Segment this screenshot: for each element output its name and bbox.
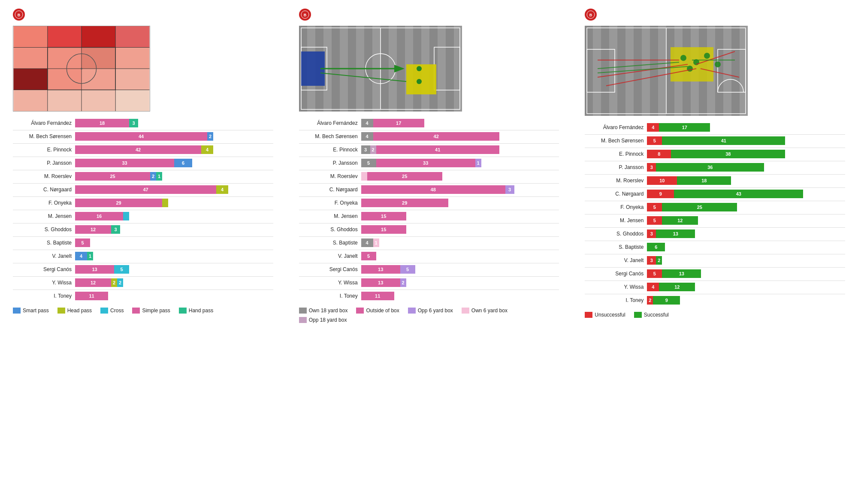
bar-group: 29 [647,296,845,305]
table-row: S. Baptiste5 [13,238,273,247]
bar-segment: 15 [361,212,406,220]
bar-segment: 25 [367,172,442,181]
table-row: C. Nørgaard483 [299,185,559,194]
bar-group: 442 [75,132,273,141]
bar-group: 417 [361,119,559,127]
table-row: M. Bech Sørensen541 [585,136,845,145]
bar-group: 541 [647,136,845,145]
bar-group: 6 [647,243,845,251]
bar-segment: 42 [75,145,201,154]
table-row: M. Roerslev25 [299,172,559,181]
legend-item: Outside of box [356,308,399,314]
table-row: M. Jensen16 [13,211,273,221]
svg-rect-81 [723,26,731,116]
bar-segment: 6 [647,243,665,251]
bar-group: 474 [75,185,273,194]
legend-color-box [299,308,307,314]
bar-group: 32 [647,256,845,265]
table-row: I. Toney11 [299,291,559,301]
pass-ending-bars: Álvaro Fernández417M. Bech Sørensen442E.… [299,118,559,301]
bar-segment: 9 [653,296,680,305]
bar-group: 336 [647,163,845,172]
smart-passes-title: B [299,9,559,21]
table-row: M. Roerslev2521 [13,172,273,181]
player-name: Álvaro Fernández [13,120,75,126]
bar-group: 2521 [75,172,273,181]
bar-segment: 17 [373,119,424,127]
player-name: Álvaro Fernández [299,120,361,126]
player-name: V. Janelt [585,257,647,263]
bar-segment: 4 [361,119,373,127]
pass-type-bars: Álvaro Fernández183M. Bech Sørensen442E.… [13,118,273,301]
bar-segment: 3 [129,119,138,127]
player-name: S. Ghoddos [585,231,647,237]
crosses-panel: B [572,9,858,323]
svg-rect-64 [585,26,593,116]
player-name: M. Bech Sørensen [299,133,361,139]
bar-segment: 13 [361,265,400,274]
legend-item: Own 18 yard box [299,308,348,314]
table-row: M. Jensen512 [585,216,845,225]
bar-segment: 1 [156,172,162,181]
table-row: S. Ghoddos123 [13,225,273,234]
player-name: M. Jensen [585,217,647,223]
legend-item: Head pass [57,308,92,314]
svg-point-26 [81,68,82,69]
bar-group: 1222 [75,278,273,287]
svg-rect-16 [82,90,115,112]
legend-item: Opp 18 yard box [299,317,347,323]
pass-outcome-bars: Álvaro Fernández417M. Bech Sørensen541E.… [585,123,845,305]
player-name: F. Onyeka [299,200,361,206]
svg-rect-5 [115,26,149,48]
bar-segment: 3 [505,185,514,194]
player-name: I. Toney [299,293,361,299]
legend-label: Simple pass [142,308,170,314]
table-row: I. Toney11 [13,291,273,301]
bar-segment: 2 [111,278,117,287]
player-name: E. Pinnock [299,147,361,153]
bar-group: 417 [647,123,845,132]
bar-segment: 2 [117,278,123,287]
player-name: Y. Wissa [299,280,361,286]
svg-rect-17 [115,90,149,112]
svg-rect-67 [609,26,617,116]
svg-rect-13 [115,69,149,90]
table-row: V. Janelt32 [585,256,845,265]
pass-outcome-legend: UnsuccessfulSuccessful [585,312,845,318]
legend-label: Outside of box [366,308,399,314]
bar-segment: 13 [75,265,114,274]
player-name: M. Bech Sørensen [585,138,647,144]
bar-segment: 5 [361,159,376,167]
bar-segment: 3 [647,229,656,238]
player-name: E. Pinnock [13,147,75,153]
player-name: S. Baptiste [13,240,75,246]
player-name: Y. Wissa [13,280,75,286]
table-row: E. Pinnock424 [13,145,273,154]
bar-group: 5331 [361,159,559,167]
table-row: Sergi Canós135 [299,265,559,274]
table-row: C. Nørgaard943 [585,189,845,199]
legend-item: Own 6 yard box [462,308,508,314]
bar-segment: 12 [75,225,111,234]
legend-color-box [100,308,108,314]
bar-group: 313 [647,229,845,238]
svg-rect-73 [658,26,666,116]
legend-item: Hand pass [179,308,213,314]
bar-group: 336 [75,159,273,167]
bar-segment: 2 [150,172,156,181]
table-row: Y. Wissa1222 [13,278,273,287]
player-name: Y. Wissa [585,284,647,290]
player-name: E. Pinnock [585,151,647,157]
bar-segment: 1 [373,238,379,247]
bar-segment: 4 [201,145,213,154]
bar-group: 838 [647,150,845,158]
bar-group: 123 [75,225,273,234]
svg-point-89 [680,55,686,61]
bar-group: 25 [361,172,559,181]
bar-segment: 2 [370,145,376,154]
table-row: E. Pinnock838 [585,149,845,159]
bar-group: 1018 [647,176,845,185]
bar-segment [162,199,168,207]
bar-group: 412 [647,283,845,291]
player-name: C. Nørgaard [299,187,361,193]
